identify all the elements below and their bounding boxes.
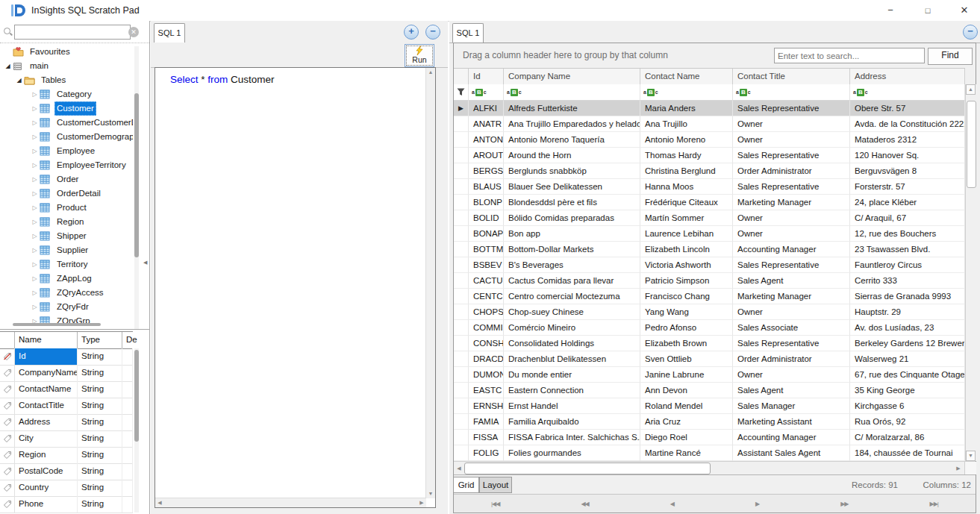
grid-cell[interactable]: Owner [733,132,850,148]
grid-cell[interactable]: Sales Representative [733,148,850,163]
column-row-postalcode[interactable]: PostalCodeString [0,463,133,480]
grid-cell[interactable]: BOLID [469,210,504,226]
tree-item-customer[interactable]: ▷Customer [0,101,133,116]
grid-cell[interactable]: Mataderos 2312 [850,132,965,148]
column-row-contactname[interactable]: ContactNameString [0,381,133,398]
grid-cell[interactable]: Victoria Ashworth [640,257,733,273]
column-type-cell[interactable]: String [78,414,122,430]
columns-header-name[interactable]: Name [15,332,78,348]
grid-cell[interactable]: Alfreds Futterkiste [504,101,640,116]
splitter-collapse-icon[interactable]: ◀ [143,257,149,269]
grid-cell[interactable]: Owner [733,116,850,132]
columns-vertical-scrollbar[interactable] [134,348,139,513]
grid-cell[interactable]: 24, place Kléber [850,195,965,210]
grid-cell[interactable]: Hanna Moos [640,179,733,195]
grid-cell[interactable]: Blauer See Delikatessen [504,179,640,195]
grid-cell[interactable]: Hauptstr. 29 [850,304,965,320]
panel-divider[interactable] [149,21,150,514]
grid-cell[interactable]: Accounting Manager [733,430,850,445]
column-row-region[interactable]: RegionString [0,447,133,464]
grid-cell[interactable]: Ann Devon [640,383,733,398]
grid-row-consh[interactable]: CONSHConsolidated HoldingsElizabeth Brow… [454,336,965,351]
grid-cell[interactable]: Around the Horn [504,148,640,163]
grid-cell[interactable]: Sales Manager [733,398,850,414]
tree-item-orderdetail[interactable]: ▷OrderDetail [0,187,133,201]
grid-cell[interactable]: EASTC [469,383,504,398]
filter-cell-contact-name[interactable]: aBc [640,84,733,101]
grid-cell[interactable]: ERNSH [469,398,504,414]
column-de-cell[interactable] [122,348,133,365]
scroll-up-icon[interactable]: ▲ [966,84,976,95]
grid-cell[interactable]: Owner [733,367,850,383]
expander-icon[interactable]: ▷ [30,300,40,314]
grid-vertical-scrollbar[interactable]: ▲ ▼ [965,84,976,461]
grid-cell[interactable]: Order Administrator [733,163,850,179]
minimize-button[interactable]: − [878,0,903,21]
grid-cell[interactable]: Fauntleroy Circus [850,257,965,273]
tree-item-main[interactable]: ◢main [0,59,133,73]
grid-cell[interactable]: ANATR [469,116,504,132]
grid-cell[interactable]: FAMIA [469,414,504,430]
column-de-cell[interactable] [122,480,133,496]
grid-cell[interactable]: Owner [733,226,850,242]
grid-cell[interactable]: Sierras de Granada 9993 [850,289,965,304]
grid-cell[interactable]: Janine Labrune [640,367,733,383]
grid-row-ernsh[interactable]: ERNSHErnst HandelRoland MendelSales Mana… [454,398,965,414]
column-name-cell[interactable]: Phone [15,496,78,513]
column-header-contact-name[interactable]: Contact Name [640,69,733,85]
filter-cell-contact-title[interactable]: aBc [733,84,850,101]
grid-cell[interactable]: Drachenblut Delikatessen [504,351,640,367]
grid-cell[interactable]: Cactus Comidas para llevar [504,273,640,289]
sql-text-area[interactable]: Select * from Customer ▲ ▼ ◀ ▶ [155,67,436,508]
column-de-cell[interactable] [122,430,133,447]
grid-cell[interactable]: Yang Wang [640,304,733,320]
grid-cell[interactable]: Martine Rancé [640,445,733,461]
grid-cell[interactable]: CACTU [469,273,504,289]
grid-cell[interactable]: BSBEV [469,257,504,273]
column-row-companyname[interactable]: CompanyNameString [0,365,133,382]
clear-search-icon[interactable]: ✕ [128,27,139,37]
grid-cell[interactable]: Marketing Manager [733,195,850,210]
grid-cell[interactable]: Centro comercial Moctezuma [504,289,640,304]
grid-cell[interactable]: C/ Moralzarzal, 86 [850,430,965,445]
grid-row-blaus[interactable]: BLAUSBlauer See DelikatessenHanna MoosSa… [454,179,965,195]
scroll-right-icon[interactable]: ▶ [953,463,964,474]
grid-cell[interactable]: Du monde entier [504,367,640,383]
column-name-cell[interactable]: City [15,430,78,447]
column-de-cell[interactable] [122,463,133,480]
column-de-cell[interactable] [122,447,133,463]
grid-cell[interactable]: 67, rue des Cinquante Otages [850,367,965,383]
column-name-cell[interactable]: Id [15,348,78,365]
grid-row-folig[interactable]: FOLIGFolies gourmandesMartine RancéAssis… [454,445,965,461]
grid-cell[interactable]: Berguvsvägen 8 [850,163,965,179]
grid-cell[interactable]: FOLIG [469,445,504,461]
grid-cell[interactable]: Forsterstr. 57 [850,179,965,195]
column-row-contacttitle[interactable]: ContactTitleString [0,398,133,415]
grid-cell[interactable]: Ana Trujillo [640,116,733,132]
grid-cell[interactable]: Christina Berglund [640,163,733,179]
grid-cell[interactable]: COMMI [469,320,504,336]
scroll-down-icon[interactable]: ▼ [426,489,435,498]
grid-row-alfki[interactable]: ▶ALFKIAlfreds FutterkisteMaria AndersSal… [454,101,965,116]
scroll-right-icon[interactable]: ▶ [417,498,426,507]
grid-row-anatr[interactable]: ANATRAna Trujillo Emparedados y heladosA… [454,116,965,132]
grid-row-eastc[interactable]: EASTCEastern ConnectionAnn DevonSales Ag… [454,383,965,398]
grid-cell[interactable]: 35 King George [850,383,965,398]
grid-cell[interactable]: Martín Sommer [640,210,733,226]
grid-cell[interactable]: DRACD [469,351,504,367]
tree-item-supplier[interactable]: ▷Supplier [0,243,133,257]
grid-cell[interactable]: Roland Mendel [640,398,733,414]
column-header-contact-title[interactable]: Contact Title [733,69,850,85]
grid-cell[interactable]: Elizabeth Lincoln [640,242,733,257]
scroll-down-icon[interactable]: ▼ [966,451,976,461]
grid-cell[interactable]: Chop-suey Chinese [504,304,640,320]
grid-cell[interactable]: Kirchgasse 6 [850,398,965,414]
grid-cell[interactable]: Thomas Hardy [640,148,733,163]
column-header-company-name[interactable]: Company Name [504,69,640,85]
expander-icon[interactable]: ▷ [30,87,40,101]
grid-cell[interactable]: Patricio Simpson [640,273,733,289]
grid-cell[interactable]: Rua Orós, 92 [850,414,965,430]
tree-item-zqryfdr[interactable]: ▷ZQryFdr [0,300,133,314]
grid-cell[interactable]: Berkeley Gardens 12 Brewery [850,336,965,351]
grid-cell[interactable]: BLONP [469,195,504,210]
